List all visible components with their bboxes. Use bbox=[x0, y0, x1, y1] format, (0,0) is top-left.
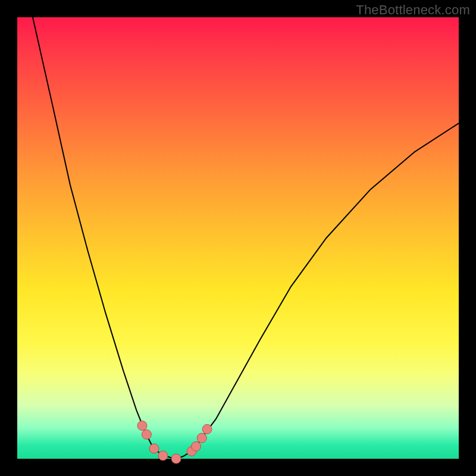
chart-stage: TheBottleneck.com bbox=[0, 0, 476, 476]
curve-marker bbox=[142, 430, 151, 439]
curve-marker bbox=[192, 441, 201, 451]
curve-line bbox=[33, 17, 459, 459]
curve-marker bbox=[137, 421, 147, 430]
watermark-text: TheBottleneck.com bbox=[356, 2, 470, 18]
curve-marker bbox=[149, 444, 159, 453]
bottleneck-curve bbox=[33, 17, 459, 459]
curve-svg bbox=[17, 17, 459, 459]
curve-markers bbox=[137, 421, 212, 464]
curve-marker bbox=[202, 424, 212, 434]
curve-marker bbox=[197, 433, 206, 443]
curve-marker bbox=[171, 454, 181, 464]
plot-area bbox=[17, 17, 459, 459]
curve-marker bbox=[158, 451, 168, 461]
